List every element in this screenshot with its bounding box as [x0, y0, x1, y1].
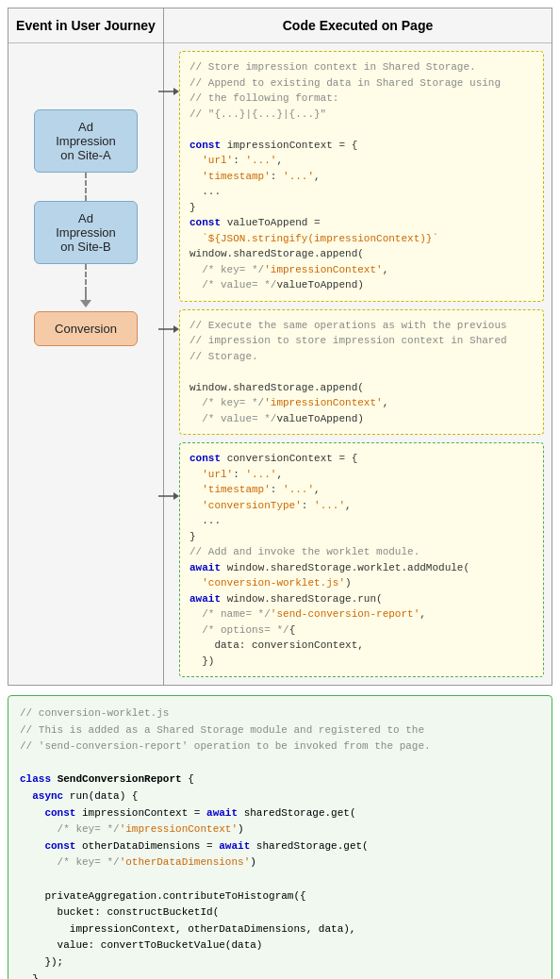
- events-flow: Ad Impressionon Site-A Ad Impressionon S…: [8, 43, 163, 346]
- code-keyword: const: [189, 453, 221, 464]
- code-class-keyword: class: [20, 773, 51, 785]
- event-site-b: Ad Impressionon Site-B: [34, 201, 138, 264]
- arrow-icon-1: [158, 85, 179, 98]
- connector-line-2: [85, 264, 87, 292]
- code-comment: // Store impression context in Shared St…: [189, 61, 476, 73]
- arrow-icon-3: [158, 490, 179, 503]
- right-header: Code Executed on Page: [164, 8, 552, 43]
- left-header: Event in User Journey: [8, 8, 163, 43]
- bottom-code-section: // conversion-worklet.js // This is adde…: [8, 695, 552, 979]
- arrow-1: [158, 51, 179, 98]
- bottom-comment-3: // 'send-conversion-report' operation to…: [20, 740, 431, 752]
- code-blocks-container: // Store impression context in Shared St…: [164, 43, 552, 685]
- arrow-2: [158, 309, 179, 336]
- arrow-icon-2: [158, 323, 179, 336]
- code-block-3: const conversionContext = { 'url': '...'…: [179, 442, 544, 677]
- code-comment: // "{...}|{...}|{...}": [189, 108, 326, 120]
- block-3-row: const conversionContext = { 'url': '...'…: [172, 442, 544, 677]
- code-comment: // Append to existing data in Shared Sto…: [189, 77, 501, 89]
- code-comment: // Storage.: [189, 351, 258, 362]
- code-keyword: const: [189, 140, 221, 151]
- code-comment: // impression to store impression contex…: [189, 335, 507, 346]
- code-comment: // Execute the same operations as with t…: [189, 320, 507, 331]
- code-block-1: // Store impression context in Shared St…: [179, 51, 544, 302]
- right-column: Code Executed on Page // Store impressio…: [164, 8, 552, 685]
- bottom-comment-2: // This is added as a Shared Storage mod…: [20, 724, 424, 736]
- left-column: Event in User Journey Ad Impressionon Si…: [8, 8, 164, 685]
- code-block-2: // Execute the same operations as with t…: [179, 309, 544, 436]
- block-2-row: // Execute the same operations as with t…: [172, 309, 544, 436]
- event-site-a: Ad Impressionon Site-A: [34, 109, 138, 173]
- connector-line-1: [85, 173, 87, 201]
- top-section: Event in User Journey Ad Impressionon Si…: [8, 8, 552, 686]
- main-container: Event in User Journey Ad Impressionon Si…: [0, 0, 560, 979]
- arrow-3: [158, 442, 179, 503]
- event-conversion: Conversion: [34, 311, 138, 346]
- code-comment: // the following format:: [189, 92, 338, 104]
- block-1-row: // Store impression context in Shared St…: [172, 51, 544, 302]
- bottom-comment-1: // conversion-worklet.js: [20, 707, 169, 719]
